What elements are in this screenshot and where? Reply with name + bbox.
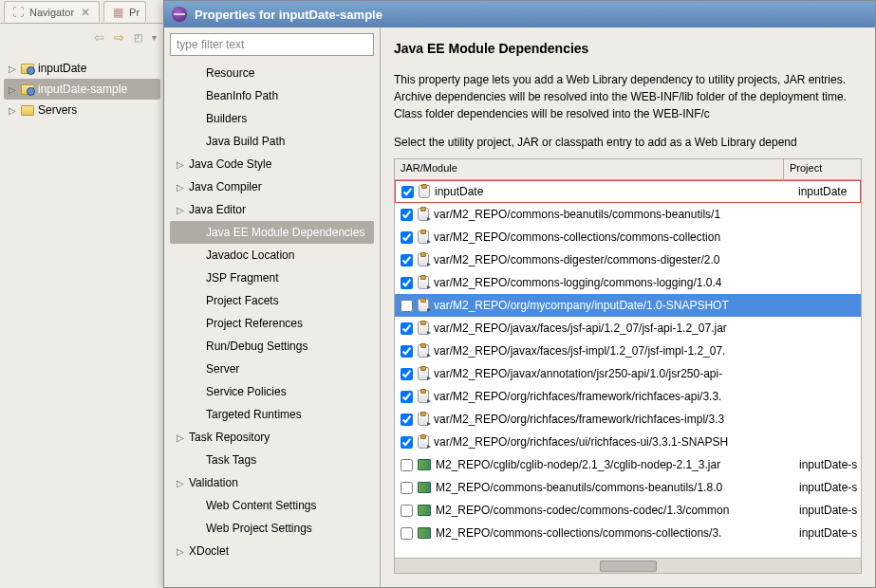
property-tree-item[interactable]: Project References xyxy=(170,312,374,335)
expand-arrow-icon[interactable]: ▷ xyxy=(176,205,185,215)
row-project: inputDate-s xyxy=(795,458,857,471)
property-tree-item[interactable]: Run/Debug Settings xyxy=(170,335,374,358)
collapse-toggle-icon[interactable]: ◰ xyxy=(134,32,142,43)
expand-arrow-icon[interactable]: ▷ xyxy=(176,478,185,488)
expand-arrow-icon[interactable]: ▷ xyxy=(8,84,17,95)
navigator-item[interactable]: ▷inputDate-sample xyxy=(4,79,160,100)
property-tree-item[interactable]: Web Content Settings xyxy=(170,494,374,517)
navigator-tab[interactable]: ⛶ Navigator ✕ xyxy=(4,1,100,22)
property-tree-label: Builders xyxy=(206,112,247,125)
table-header: JAR/Module Project xyxy=(395,159,861,180)
column-jar-header[interactable]: JAR/Module xyxy=(395,159,784,179)
property-tree-item[interactable]: Server xyxy=(170,358,374,380)
table-row[interactable]: M2_REPO/commons-beanutils/commons-beanut… xyxy=(395,476,861,499)
navigator-tabs: ⛶ Navigator ✕ ▦ Pr xyxy=(0,0,164,24)
row-checkbox[interactable] xyxy=(401,322,413,335)
row-checkbox[interactable] xyxy=(401,231,413,244)
column-project-header[interactable]: Project xyxy=(784,159,861,179)
property-tree-label: Service Policies xyxy=(206,385,287,398)
tab-icon: ▦ xyxy=(110,5,125,20)
row-label: var/M2_REPO/javax/annotation/jsr250-api/… xyxy=(434,367,857,380)
property-tree-item[interactable]: ▷Java Editor xyxy=(170,198,374,221)
filter-input[interactable] xyxy=(170,33,374,56)
row-checkbox[interactable] xyxy=(401,345,413,358)
navigator-item[interactable]: ▷Servers xyxy=(4,100,160,120)
table-row[interactable]: inputDateinputDate xyxy=(395,180,861,203)
eclipse-icon xyxy=(172,7,187,22)
row-label: M2_REPO/commons-codec/commons-codec/1.3/… xyxy=(436,504,795,517)
table-row[interactable]: var/M2_REPO/org/richfaces/framework/rich… xyxy=(395,408,861,431)
property-tree-item[interactable]: ▷Java Compiler xyxy=(170,175,374,198)
table-rows[interactable]: inputDateinputDatevar/M2_REPO/commons-be… xyxy=(395,180,861,558)
table-row[interactable]: M2_REPO/commons-collections/commons-coll… xyxy=(395,522,861,544)
row-project: inputDate xyxy=(794,185,856,198)
property-tree-item[interactable]: Resource xyxy=(170,62,374,84)
table-row[interactable]: M2_REPO/cglib/cglib-nodep/2.1_3/cglib-no… xyxy=(395,453,861,476)
property-tree-item[interactable]: Java EE Module Dependencies xyxy=(170,221,374,244)
property-tree-item[interactable]: BeanInfo Path xyxy=(170,84,374,107)
navigator-item[interactable]: ▷inputDate xyxy=(4,58,160,79)
row-checkbox[interactable] xyxy=(401,413,413,426)
row-label: var/M2_REPO/commons-collections/commons-… xyxy=(434,230,857,244)
expand-arrow-icon[interactable]: ▷ xyxy=(176,546,185,557)
row-checkbox[interactable] xyxy=(401,527,413,540)
table-row[interactable]: var/M2_REPO/org/richfaces/ui/richfaces-u… xyxy=(395,431,861,453)
property-tree-item[interactable]: Javadoc Location xyxy=(170,244,374,266)
forward-icon[interactable]: ⇨ xyxy=(114,30,124,45)
back-icon[interactable]: ⇦ xyxy=(94,30,104,45)
table-row[interactable]: M2_REPO/commons-codec/commons-codec/1.3/… xyxy=(395,499,861,522)
property-tree-item[interactable]: Service Policies xyxy=(170,380,374,403)
dialog-titlebar[interactable]: Properties for inputDate-sample xyxy=(164,1,875,28)
property-tree-item[interactable]: Targeted Runtimes xyxy=(170,403,374,426)
property-tree-label: Server xyxy=(206,362,239,376)
table-row[interactable]: var/M2_REPO/org/mycompany/inputDate/1.0-… xyxy=(395,294,861,317)
table-row[interactable]: var/M2_REPO/commons-logging/commons-logg… xyxy=(395,271,861,294)
row-checkbox[interactable] xyxy=(401,186,414,198)
row-checkbox[interactable] xyxy=(401,436,413,449)
row-checkbox[interactable] xyxy=(401,209,413,221)
close-icon[interactable]: ✕ xyxy=(78,5,93,20)
property-tree-item[interactable]: Builders xyxy=(170,107,374,130)
row-checkbox[interactable] xyxy=(401,300,413,312)
row-checkbox[interactable] xyxy=(401,368,413,380)
row-checkbox[interactable] xyxy=(401,505,413,517)
property-tree-item[interactable]: Project Facets xyxy=(170,289,374,312)
expand-arrow-icon[interactable]: ▷ xyxy=(8,64,17,74)
table-row[interactable]: var/M2_REPO/commons-digester/commons-dig… xyxy=(395,248,861,271)
expand-arrow-icon[interactable]: ▷ xyxy=(8,105,17,116)
table-row[interactable]: var/M2_REPO/org/richfaces/framework/rich… xyxy=(395,385,861,408)
property-tree-item[interactable]: ▷Task Repository xyxy=(170,426,374,449)
row-checkbox[interactable] xyxy=(401,254,413,266)
property-tree-label: Project Facets xyxy=(206,294,279,307)
row-label: var/M2_REPO/javax/faces/jsf-api/1.2_07/j… xyxy=(434,322,857,335)
scrollbar-thumb[interactable] xyxy=(600,560,657,572)
expand-arrow-icon[interactable]: ▷ xyxy=(176,159,185,170)
row-checkbox[interactable] xyxy=(401,277,413,289)
expand-arrow-icon[interactable]: ▷ xyxy=(176,432,185,443)
row-checkbox[interactable] xyxy=(401,482,413,494)
property-tree-item[interactable]: JSP Fragment xyxy=(170,266,374,289)
jar-icon xyxy=(418,367,429,380)
property-tree-label: XDoclet xyxy=(189,544,229,558)
table-row[interactable]: var/M2_REPO/commons-collections/commons-… xyxy=(395,226,861,248)
property-tree-item[interactable]: Web Project Settings xyxy=(170,517,374,540)
jar-icon xyxy=(418,276,429,289)
table-row[interactable]: var/M2_REPO/javax/annotation/jsr250-api/… xyxy=(395,362,861,385)
row-checkbox[interactable] xyxy=(401,391,413,403)
row-project: inputDate-s xyxy=(795,526,857,540)
table-row[interactable]: var/M2_REPO/commons-beanutils/commons-be… xyxy=(395,203,861,226)
property-tree-item[interactable]: ▷Java Code Style xyxy=(170,153,374,175)
table-row[interactable]: var/M2_REPO/javax/faces/jsf-api/1.2_07/j… xyxy=(395,317,861,340)
table-row[interactable]: var/M2_REPO/javax/faces/jsf-impl/1.2_07/… xyxy=(395,340,861,362)
row-checkbox[interactable] xyxy=(401,459,413,471)
property-tree-item[interactable]: ▷XDoclet xyxy=(170,540,374,562)
menu-toggle-icon[interactable]: ▾ xyxy=(152,32,157,43)
property-tree-item[interactable]: ▷Validation xyxy=(170,471,374,494)
jar-icon xyxy=(418,390,429,403)
expand-arrow-icon[interactable]: ▷ xyxy=(176,182,185,193)
property-tree-item[interactable]: Java Build Path xyxy=(170,130,374,153)
horizontal-scrollbar[interactable] xyxy=(395,558,861,573)
library-icon xyxy=(418,527,431,539)
navigator-tab-2[interactable]: ▦ Pr xyxy=(103,1,146,22)
property-tree-item[interactable]: Task Tags xyxy=(170,449,374,471)
